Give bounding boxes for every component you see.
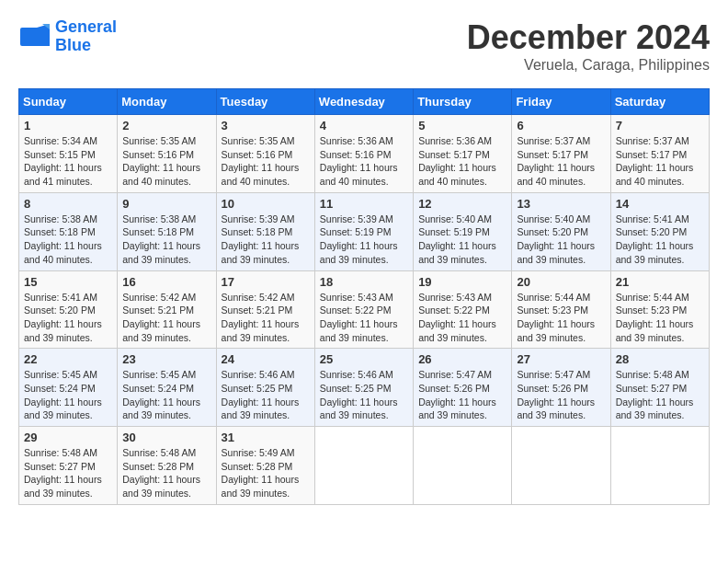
table-row xyxy=(610,427,709,505)
day-number: 5 xyxy=(418,119,506,132)
day-number: 29 xyxy=(24,431,112,444)
day-number: 9 xyxy=(122,197,210,211)
table-row: 30Sunrise: 5:48 AMSunset: 5:28 PMDayligh… xyxy=(118,427,216,505)
day-info: Sunrise: 5:37 AMSunset: 5:17 PMDaylight:… xyxy=(517,134,605,189)
day-info: Sunrise: 5:36 AMSunset: 5:16 PMDaylight:… xyxy=(320,134,408,189)
month-year-title: December 2024 xyxy=(467,18,710,57)
day-number: 21 xyxy=(616,275,704,289)
table-row: 9Sunrise: 5:38 AMSunset: 5:18 PMDaylight… xyxy=(118,192,216,270)
day-info: Sunrise: 5:44 AMSunset: 5:23 PMDaylight:… xyxy=(517,291,605,345)
table-row: 20Sunrise: 5:44 AMSunset: 5:23 PMDayligh… xyxy=(512,270,610,349)
day-number: 2 xyxy=(122,119,210,132)
day-number: 1 xyxy=(24,119,112,132)
table-row: 4Sunrise: 5:36 AMSunset: 5:16 PMDaylight… xyxy=(314,115,413,193)
table-row: 17Sunrise: 5:42 AMSunset: 5:21 PMDayligh… xyxy=(216,270,314,349)
table-row: 14Sunrise: 5:41 AMSunset: 5:20 PMDayligh… xyxy=(610,192,709,270)
calendar-table: Sunday Monday Tuesday Wednesday Thursday… xyxy=(18,88,710,505)
day-number: 26 xyxy=(418,352,506,366)
day-info: Sunrise: 5:46 AMSunset: 5:25 PMDaylight:… xyxy=(320,368,408,422)
logo-text-line2: Blue xyxy=(55,37,117,55)
day-info: Sunrise: 5:46 AMSunset: 5:25 PMDaylight:… xyxy=(222,368,310,422)
day-info: Sunrise: 5:35 AMSunset: 5:16 PMDaylight:… xyxy=(222,134,310,189)
day-info: Sunrise: 5:47 AMSunset: 5:26 PMDaylight:… xyxy=(517,368,605,422)
table-row: 16Sunrise: 5:42 AMSunset: 5:21 PMDayligh… xyxy=(118,270,216,349)
day-info: Sunrise: 5:42 AMSunset: 5:21 PMDaylight:… xyxy=(122,291,210,345)
day-number: 28 xyxy=(616,352,704,366)
day-info: Sunrise: 5:42 AMSunset: 5:21 PMDaylight:… xyxy=(222,291,310,345)
day-info: Sunrise: 5:45 AMSunset: 5:24 PMDaylight:… xyxy=(122,368,210,422)
table-row: 31Sunrise: 5:49 AMSunset: 5:28 PMDayligh… xyxy=(216,427,314,505)
day-number: 25 xyxy=(320,352,408,366)
day-number: 20 xyxy=(517,275,605,289)
calendar-week-row: 15Sunrise: 5:41 AMSunset: 5:20 PMDayligh… xyxy=(19,270,710,349)
table-row xyxy=(512,427,610,505)
day-info: Sunrise: 5:37 AMSunset: 5:17 PMDaylight:… xyxy=(616,134,704,189)
day-number: 13 xyxy=(517,197,605,211)
day-number: 24 xyxy=(222,352,310,366)
calendar-week-row: 29Sunrise: 5:48 AMSunset: 5:27 PMDayligh… xyxy=(19,427,710,505)
table-row: 28Sunrise: 5:48 AMSunset: 5:27 PMDayligh… xyxy=(610,349,709,427)
table-row: 13Sunrise: 5:40 AMSunset: 5:20 PMDayligh… xyxy=(512,192,610,270)
table-row: 6Sunrise: 5:37 AMSunset: 5:17 PMDaylight… xyxy=(512,115,610,193)
day-number: 8 xyxy=(24,197,112,211)
header-saturday: Saturday xyxy=(610,89,709,115)
table-row: 24Sunrise: 5:46 AMSunset: 5:25 PMDayligh… xyxy=(216,349,314,427)
table-row: 21Sunrise: 5:44 AMSunset: 5:23 PMDayligh… xyxy=(610,270,709,349)
table-row: 18Sunrise: 5:43 AMSunset: 5:22 PMDayligh… xyxy=(314,270,413,349)
day-info: Sunrise: 5:38 AMSunset: 5:18 PMDaylight:… xyxy=(122,213,210,267)
day-info: Sunrise: 5:49 AMSunset: 5:28 PMDaylight:… xyxy=(222,446,310,500)
day-info: Sunrise: 5:47 AMSunset: 5:26 PMDaylight:… xyxy=(418,368,506,422)
logo-icon xyxy=(18,20,51,53)
calendar-week-row: 8Sunrise: 5:38 AMSunset: 5:18 PMDaylight… xyxy=(19,192,710,270)
day-info: Sunrise: 5:48 AMSunset: 5:27 PMDaylight:… xyxy=(24,446,112,500)
day-number: 10 xyxy=(222,197,310,211)
day-number: 7 xyxy=(616,119,704,132)
day-info: Sunrise: 5:44 AMSunset: 5:23 PMDaylight:… xyxy=(616,291,704,345)
day-number: 18 xyxy=(320,275,408,289)
day-number: 19 xyxy=(418,275,506,289)
table-row: 8Sunrise: 5:38 AMSunset: 5:18 PMDaylight… xyxy=(19,192,118,270)
day-info: Sunrise: 5:39 AMSunset: 5:19 PMDaylight:… xyxy=(320,213,408,267)
calendar-week-row: 1Sunrise: 5:34 AMSunset: 5:15 PMDaylight… xyxy=(19,115,710,193)
table-row: 11Sunrise: 5:39 AMSunset: 5:19 PMDayligh… xyxy=(314,192,413,270)
table-row: 27Sunrise: 5:47 AMSunset: 5:26 PMDayligh… xyxy=(512,349,610,427)
day-info: Sunrise: 5:45 AMSunset: 5:24 PMDaylight:… xyxy=(24,368,112,422)
location-subtitle: Veruela, Caraga, Philippines xyxy=(467,57,710,74)
table-row: 23Sunrise: 5:45 AMSunset: 5:24 PMDayligh… xyxy=(118,349,216,427)
table-row: 12Sunrise: 5:40 AMSunset: 5:19 PMDayligh… xyxy=(414,192,512,270)
day-number: 27 xyxy=(517,352,605,366)
header-tuesday: Tuesday xyxy=(216,89,314,115)
day-number: 14 xyxy=(616,197,704,211)
header-monday: Monday xyxy=(118,89,216,115)
header-wednesday: Wednesday xyxy=(314,89,413,115)
header-thursday: Thursday xyxy=(414,89,512,115)
logo-text-line1: General xyxy=(55,18,117,37)
title-block: December 2024 Veruela, Caraga, Philippin… xyxy=(467,18,710,74)
table-row: 19Sunrise: 5:43 AMSunset: 5:22 PMDayligh… xyxy=(414,270,512,349)
day-number: 11 xyxy=(320,197,408,211)
table-row: 5Sunrise: 5:36 AMSunset: 5:17 PMDaylight… xyxy=(414,115,512,193)
day-info: Sunrise: 5:48 AMSunset: 5:28 PMDaylight:… xyxy=(122,446,210,500)
day-number: 30 xyxy=(122,431,210,444)
day-number: 17 xyxy=(222,275,310,289)
day-info: Sunrise: 5:43 AMSunset: 5:22 PMDaylight:… xyxy=(418,291,506,345)
table-row: 3Sunrise: 5:35 AMSunset: 5:16 PMDaylight… xyxy=(216,115,314,193)
table-row: 29Sunrise: 5:48 AMSunset: 5:27 PMDayligh… xyxy=(19,427,118,505)
table-row xyxy=(314,427,413,505)
day-number: 12 xyxy=(418,197,506,211)
day-number: 22 xyxy=(24,352,112,366)
day-info: Sunrise: 5:41 AMSunset: 5:20 PMDaylight:… xyxy=(616,213,704,267)
table-row: 1Sunrise: 5:34 AMSunset: 5:15 PMDaylight… xyxy=(19,115,118,193)
day-number: 15 xyxy=(24,275,112,289)
day-number: 3 xyxy=(222,119,310,132)
table-row xyxy=(414,427,512,505)
header-sunday: Sunday xyxy=(19,89,118,115)
day-number: 23 xyxy=(122,352,210,366)
table-row: 7Sunrise: 5:37 AMSunset: 5:17 PMDaylight… xyxy=(610,115,709,193)
day-info: Sunrise: 5:39 AMSunset: 5:18 PMDaylight:… xyxy=(222,213,310,267)
day-info: Sunrise: 5:41 AMSunset: 5:20 PMDaylight:… xyxy=(24,291,112,345)
table-row: 22Sunrise: 5:45 AMSunset: 5:24 PMDayligh… xyxy=(19,349,118,427)
day-info: Sunrise: 5:35 AMSunset: 5:16 PMDaylight:… xyxy=(122,134,210,189)
table-row: 10Sunrise: 5:39 AMSunset: 5:18 PMDayligh… xyxy=(216,192,314,270)
page-header: General Blue December 2024 Veruela, Cara… xyxy=(18,18,710,74)
